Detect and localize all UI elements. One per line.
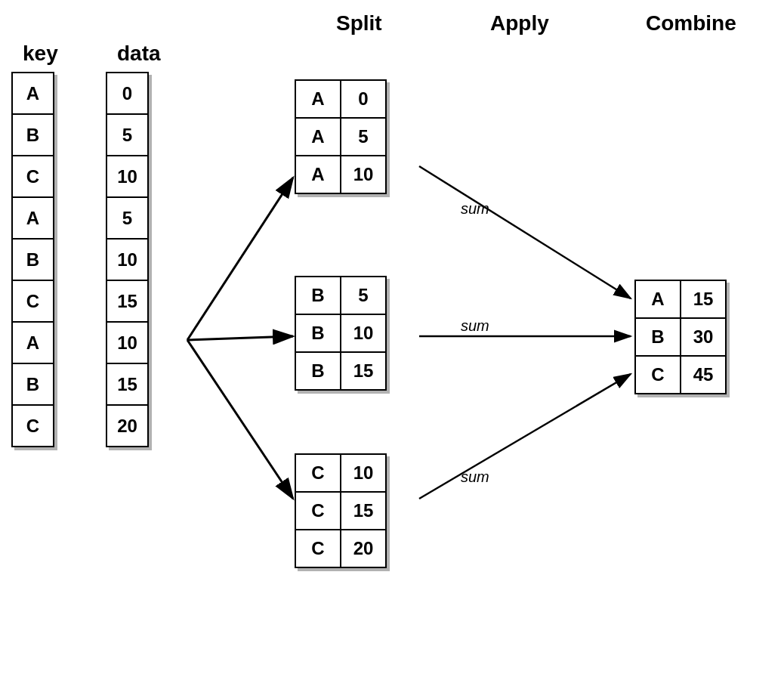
split-cell: 20 [341,530,386,567]
key-cell: C [12,405,54,447]
split-cell: 5 [341,118,386,156]
key-cell: A [12,73,54,114]
apply-header: Apply [490,11,549,36]
data-cell: 5 [106,197,148,239]
split-cell: 0 [341,80,386,118]
split-b-table: B5B10B15 [295,276,387,391]
data-header: data [117,42,161,66]
data-cell: 5 [106,114,148,156]
combine-cell: 30 [681,318,726,356]
split-cell: 10 [341,156,386,193]
combine-cell: B [635,318,681,356]
key-cell: A [12,197,54,239]
combine-cell: C [635,356,681,394]
key-header: key [23,42,58,66]
split-cell: 15 [341,352,386,390]
svg-line-2 [187,336,293,340]
key-cell: C [12,156,54,197]
data-cell: 20 [106,405,148,447]
split-cell: C [295,454,341,492]
data-table-main: 051051015101520 [106,72,149,447]
split-header: Split [336,11,382,36]
split-c-table: C10C15C20 [295,453,387,568]
combine-cell: 45 [681,356,726,394]
split-cell: B [295,314,341,352]
split-cell: 10 [341,314,386,352]
svg-line-3 [187,340,293,499]
key-cell: A [12,322,54,363]
split-cell: 10 [341,454,386,492]
split-cell: A [295,80,341,118]
svg-line-4 [419,166,631,298]
combine-cell: A [635,280,681,318]
apply-label-c: sum [461,468,489,486]
split-cell: A [295,156,341,193]
svg-line-1 [187,178,293,340]
split-a-table: A0A5A10 [295,79,387,194]
data-cell: 0 [106,73,148,114]
split-cell: C [295,492,341,530]
key-table: ABCABCABC [11,72,54,447]
apply-label-a: sum [461,200,489,218]
svg-line-6 [419,374,631,499]
combine-cell: 15 [681,280,726,318]
data-cell: 10 [106,322,148,363]
split-cell: B [295,352,341,390]
split-cell: C [295,530,341,567]
key-cell: B [12,363,54,405]
split-cell: 15 [341,492,386,530]
split-cell: B [295,277,341,314]
combine-header: Combine [646,11,736,36]
key-cell: B [12,114,54,156]
key-cell: B [12,239,54,280]
split-cell: 5 [341,277,386,314]
key-cell: C [12,280,54,322]
data-cell: 10 [106,156,148,197]
data-cell: 10 [106,239,148,280]
data-cell: 15 [106,363,148,405]
combine-table: A15B30C45 [634,280,727,394]
diagram-container: key data Split Apply Combine ABCABCABC 0… [0,0,784,677]
data-cell: 15 [106,280,148,322]
split-cell: A [295,118,341,156]
apply-label-b: sum [461,317,489,335]
